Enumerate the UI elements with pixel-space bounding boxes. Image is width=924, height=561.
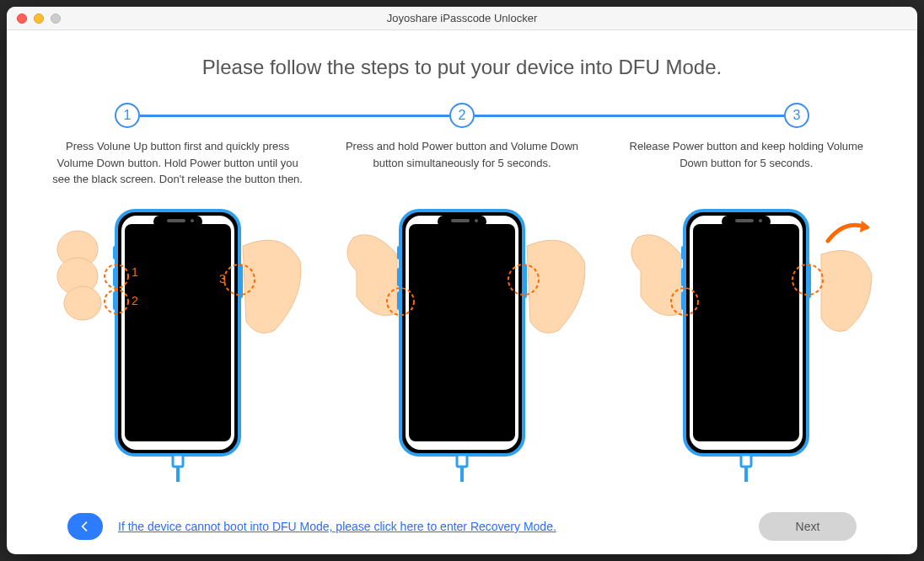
step-badge-2: 2 [449,103,475,128]
svg-rect-39 [735,219,754,222]
svg-rect-42 [681,268,685,286]
svg-rect-23 [409,224,515,441]
svg-text:2: 2 [132,294,138,307]
svg-text:1: 1 [132,265,138,279]
svg-rect-10 [113,268,116,286]
window-title: Joyoshare iPasscode Unlocker [387,12,537,24]
minimize-icon[interactable] [34,13,44,24]
titlebar: Joyoshare iPasscode Unlocker [7,7,917,30]
step-indicator: 1 2 3 [44,103,880,128]
page-title: Please follow the steps to put your devi… [44,56,880,79]
step-badge-3: 3 [784,103,809,128]
phone-illustration-3-icon [615,195,877,482]
svg-rect-44 [808,264,811,298]
phone-illustration-2-icon [331,195,593,482]
step-badge-1: 1 [115,103,140,128]
svg-rect-37 [693,224,799,441]
svg-rect-45 [741,455,751,467]
back-button[interactable] [67,513,103,540]
svg-rect-7 [167,219,185,222]
next-button[interactable]: Next [759,512,857,541]
maximize-icon [51,13,61,24]
step-1-description: Press Volune Up button first and quickly… [44,138,311,189]
svg-point-8 [191,219,194,222]
step-2-illustration [328,195,595,482]
step-connector [140,115,449,117]
svg-rect-29 [397,291,400,310]
app-window: Joyoshare iPasscode Unlocker Please foll… [7,7,917,554]
svg-rect-27 [397,246,400,259]
step-2-description: Press and hold Power button and Volume D… [328,138,595,189]
recovery-mode-link[interactable]: If the device cannot boot into DFU Mode,… [118,520,556,533]
svg-point-26 [475,219,478,222]
svg-rect-30 [524,264,527,298]
svg-point-40 [759,219,762,222]
close-icon[interactable] [17,13,27,24]
svg-rect-32 [460,467,464,482]
step-column-3: Release Power button and keep holding Vo… [613,138,880,499]
svg-rect-28 [397,268,400,286]
window-controls [17,13,61,24]
svg-rect-31 [457,455,467,467]
step-column-2: Press and hold Power button and Volume D… [328,138,595,499]
svg-rect-13 [173,455,183,467]
svg-point-2 [64,286,101,320]
step-connector [475,115,784,117]
step-3-illustration [613,195,880,482]
svg-rect-9 [113,246,116,259]
steps-row: Press Volune Up button first and quickly… [44,138,880,499]
svg-rect-25 [451,219,470,222]
footer-bar: If the device cannot boot into DFU Mode,… [44,499,880,554]
svg-rect-43 [681,291,685,310]
svg-rect-46 [744,467,748,482]
svg-rect-5 [125,224,231,441]
step-3-description: Release Power button and keep holding Vo… [613,138,880,189]
step-1-illustration: 1 2 3 [44,195,311,482]
svg-rect-14 [176,467,180,482]
svg-rect-41 [681,246,685,259]
phone-illustration-1-icon: 1 2 3 [47,195,309,482]
svg-rect-11 [113,291,116,310]
svg-rect-12 [239,264,243,298]
step-column-1: Press Volune Up button first and quickly… [44,138,311,499]
arrow-left-icon [78,520,92,533]
content-area: Please follow the steps to put your devi… [7,30,917,554]
svg-text:3: 3 [219,272,226,286]
